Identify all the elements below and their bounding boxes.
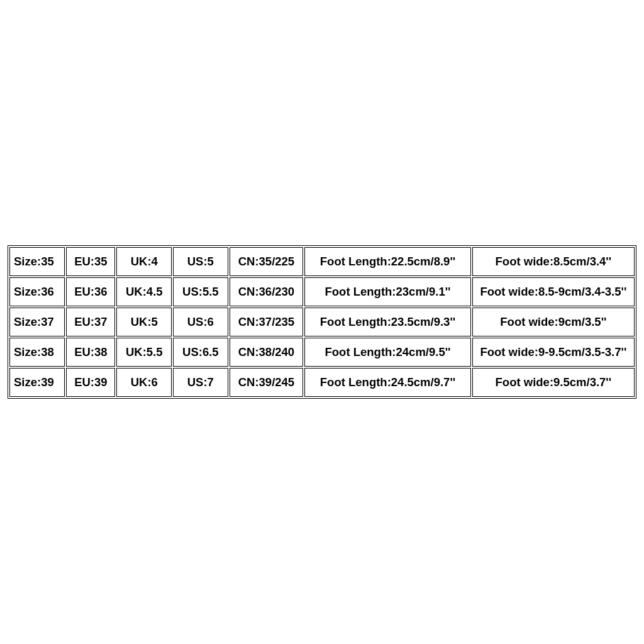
cell-eu: EU:35 xyxy=(66,247,115,276)
cell-uk: UK:5 xyxy=(116,308,172,336)
cell-uk: UK:4.5 xyxy=(116,277,172,306)
table-row: Size:35 EU:35 UK:4 US:5 CN:35/225 Foot L… xyxy=(9,247,635,276)
cell-cn: CN:37/235 xyxy=(230,308,304,336)
cell-foot-wide: Foot wide:9cm/3.5'' xyxy=(472,308,635,336)
cell-eu: EU:36 xyxy=(66,277,115,306)
cell-us: US:6.5 xyxy=(173,338,228,367)
cell-eu: EU:37 xyxy=(66,308,115,336)
cell-size: Size:37 xyxy=(9,308,65,336)
cell-eu: EU:38 xyxy=(66,338,115,367)
cell-eu: EU:39 xyxy=(66,368,115,397)
cell-us: US:5 xyxy=(173,247,228,276)
cell-cn: CN:38/240 xyxy=(230,338,304,367)
cell-uk: UK:4 xyxy=(116,247,172,276)
cell-cn: CN:36/230 xyxy=(230,277,304,306)
cell-cn: CN:39/245 xyxy=(230,368,304,397)
cell-size: Size:39 xyxy=(9,368,65,397)
cell-size: Size:38 xyxy=(9,338,65,367)
table-row: Size:37 EU:37 UK:5 US:6 CN:37/235 Foot L… xyxy=(9,308,635,336)
cell-us: US:5.5 xyxy=(173,277,228,306)
cell-foot-length: Foot Length:22.5cm/8.9'' xyxy=(304,247,470,276)
cell-foot-length: Foot Length:23cm/9.1'' xyxy=(304,277,470,306)
cell-uk: UK:5.5 xyxy=(116,338,172,367)
table-row: Size:39 EU:39 UK:6 US:7 CN:39/245 Foot L… xyxy=(9,368,635,397)
cell-size: Size:35 xyxy=(9,247,65,276)
size-chart-container: Size:35 EU:35 UK:4 US:5 CN:35/225 Foot L… xyxy=(8,245,636,399)
table-row: Size:38 EU:38 UK:5.5 US:6.5 CN:38/240 Fo… xyxy=(9,338,635,367)
cell-foot-length: Foot Length:24cm/9.5'' xyxy=(304,338,470,367)
cell-foot-length: Foot Length:24.5cm/9.7'' xyxy=(304,368,470,397)
cell-foot-length: Foot Length:23.5cm/9.3'' xyxy=(304,308,470,336)
cell-uk: UK:6 xyxy=(116,368,172,397)
cell-foot-wide: Foot wide:9.5cm/3.7'' xyxy=(472,368,635,397)
table-row: Size:36 EU:36 UK:4.5 US:5.5 CN:36/230 Fo… xyxy=(9,277,635,306)
size-chart-table: Size:35 EU:35 UK:4 US:5 CN:35/225 Foot L… xyxy=(8,245,636,399)
cell-us: US:7 xyxy=(173,368,228,397)
cell-foot-wide: Foot wide:9-9.5cm/3.5-3.7'' xyxy=(472,338,635,367)
cell-foot-wide: Foot wide:8.5-9cm/3.4-3.5'' xyxy=(472,277,635,306)
cell-foot-wide: Foot wide:8.5cm/3.4'' xyxy=(472,247,635,276)
cell-cn: CN:35/225 xyxy=(230,247,304,276)
cell-us: US:6 xyxy=(173,308,228,336)
cell-size: Size:36 xyxy=(9,277,65,306)
